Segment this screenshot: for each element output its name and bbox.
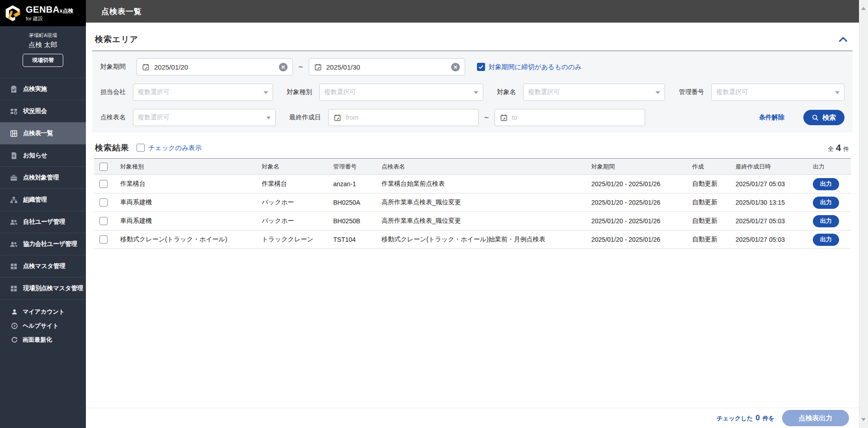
total-suffix: 件 bbox=[843, 145, 849, 153]
footer-action-bar: チェックした 0 件を 点検表出力 bbox=[86, 408, 859, 428]
cell-type: 作業構台 bbox=[120, 180, 262, 188]
dropdown-caret-icon bbox=[266, 117, 271, 122]
sidebar-item-label: 協力会社ユーザ管理 bbox=[23, 240, 77, 248]
user-block: 茅場町A現場 点検 太郎 現場切替 bbox=[0, 26, 86, 72]
collapse-search-button[interactable] bbox=[837, 35, 849, 44]
row-checkbox[interactable] bbox=[99, 198, 108, 207]
total-count: 全 4 件 bbox=[828, 143, 849, 153]
output-button[interactable]: 出力 bbox=[813, 234, 839, 246]
clipboard-check-icon bbox=[9, 85, 18, 94]
help-circle-icon: ? bbox=[11, 322, 19, 330]
sidebar-item-help-site[interactable]: ? ヘルプサイト bbox=[11, 321, 86, 331]
users-icon bbox=[9, 240, 18, 249]
toolbox-icon bbox=[9, 174, 18, 182]
sidebar-item-my-account[interactable]: マイアカウント bbox=[11, 307, 86, 317]
sidebar-item-master-management[interactable]: 点検マスタ管理 bbox=[0, 255, 86, 277]
checked-suffix: 件を bbox=[763, 414, 774, 423]
created-to-input[interactable]: to bbox=[495, 109, 645, 126]
vertical-scrollbar[interactable] bbox=[859, 0, 868, 428]
cell-name: バックホー bbox=[262, 217, 333, 225]
dropdown-caret-icon bbox=[474, 91, 478, 96]
type-multiselect[interactable]: 複数選択可 bbox=[319, 84, 483, 101]
checked-only-checkbox[interactable] bbox=[137, 144, 145, 152]
row-checkbox[interactable] bbox=[99, 235, 108, 244]
scrollbar-up-arrow-icon[interactable] bbox=[861, 5, 866, 10]
cell-code: BH0250B bbox=[333, 217, 382, 225]
type-filter-label: 対象種別 bbox=[287, 88, 312, 96]
sidebar-item-label: 点検実施 bbox=[23, 85, 47, 93]
scrollbar-down-arrow-icon[interactable] bbox=[861, 418, 866, 423]
sidebar-item-target-management[interactable]: 点検対象管理 bbox=[0, 167, 86, 189]
clear-date-icon[interactable] bbox=[278, 62, 288, 72]
output-button[interactable]: 出力 bbox=[813, 215, 839, 227]
sidebar-item-refresh-screen[interactable]: 画面最新化 bbox=[11, 335, 86, 345]
sidebar-item-partner-users[interactable]: 協力会社ユーザ管理 bbox=[0, 233, 86, 255]
dropdown-caret-icon bbox=[656, 91, 660, 96]
cell-last-created: 2025/01/27 05:03 bbox=[736, 236, 813, 243]
column-header-code: 管理番号 bbox=[333, 163, 382, 171]
checked-count-value: 0 bbox=[755, 414, 760, 423]
sidebar-item-label: ヘルプサイト bbox=[23, 322, 59, 330]
cell-type: 車両系建機 bbox=[120, 198, 262, 207]
calendar-icon bbox=[142, 63, 150, 71]
clear-date-icon[interactable] bbox=[451, 62, 460, 72]
export-sheets-button[interactable]: 点検表出力 bbox=[782, 410, 849, 426]
cell-name: トラッククレーン bbox=[262, 235, 333, 244]
status-grid-icon bbox=[9, 107, 18, 116]
created-date-separator: ~ bbox=[484, 113, 489, 122]
output-button[interactable]: 出力 bbox=[813, 178, 839, 190]
calendar-icon bbox=[500, 113, 508, 122]
output-button[interactable]: 出力 bbox=[813, 197, 839, 209]
sheet-name-multiselect[interactable]: 複数選択可 bbox=[133, 109, 276, 126]
results-header: 検索結果 チェックのみ表示 全 4 件 bbox=[92, 142, 853, 153]
sidebar-item-own-users[interactable]: 自社ユーザ管理 bbox=[0, 211, 86, 233]
target-placeholder: 複数選択可 bbox=[528, 88, 560, 96]
table-row: 作業構台 作業構台 anzan-1 作業構台始業前点検表 2025/01/20 … bbox=[94, 175, 851, 193]
code-multiselect[interactable]: 複数選択可 bbox=[711, 84, 844, 101]
sidebar-item-notifications[interactable]: お知らせ bbox=[0, 145, 86, 167]
created-from-input[interactable]: from bbox=[328, 109, 479, 126]
checked-only-checkbox-group[interactable]: チェックのみ表示 bbox=[137, 144, 202, 152]
main-area: 点検表一覧 検索エリア 対象期間 2025/01/20 bbox=[86, 0, 859, 428]
switch-site-button[interactable]: 現場切替 bbox=[23, 54, 63, 67]
target-multiselect[interactable]: 複数選択可 bbox=[523, 84, 665, 101]
sidebar-item-label: 点検マスタ管理 bbox=[23, 262, 65, 270]
cell-created: 自動更新 bbox=[692, 235, 736, 244]
sidebar-item-status-inquiry[interactable]: 状況照会 bbox=[0, 100, 86, 122]
sidebar-item-inspection-execute[interactable]: 点検実施 bbox=[0, 78, 86, 100]
deadline-filter-checkbox-group[interactable]: 対象期間に締切があるもののみ bbox=[477, 63, 582, 71]
period-to-input[interactable]: 2025/01/30 bbox=[309, 58, 465, 75]
sidebar-item-site-master-management[interactable]: 現場別点検マスタ管理 bbox=[0, 277, 86, 300]
search-button[interactable]: 検索 bbox=[803, 110, 844, 125]
cell-sheet: 移動式クレーン(トラック・ホイール)始業前・月例点検表 bbox=[382, 235, 591, 244]
row-checkbox[interactable] bbox=[99, 180, 108, 188]
clear-conditions-link[interactable]: 条件解除 bbox=[759, 113, 784, 122]
company-multiselect[interactable]: 複数選択可 bbox=[133, 84, 273, 101]
period-from-input[interactable]: 2025/01/20 bbox=[137, 58, 293, 75]
sidebar-item-organization-management[interactable]: 組織管理 bbox=[0, 189, 86, 211]
search-button-label: 検索 bbox=[822, 113, 836, 122]
sidebar: GENBAx点検 for 建設 茅場町A現場 点検 太郎 現場切替 点検実施 状… bbox=[0, 0, 86, 428]
sidebar-item-label: 現場別点検マスタ管理 bbox=[23, 284, 83, 292]
sidebar-item-sheet-list[interactable]: 点検表一覧 bbox=[0, 122, 86, 145]
cell-created: 自動更新 bbox=[692, 217, 736, 225]
cell-period: 2025/01/20 - 2025/01/26 bbox=[591, 199, 692, 206]
cell-type: 車両系建機 bbox=[120, 217, 262, 225]
sidebar-utility-menu: マイアカウント ? ヘルプサイト 画面最新化 bbox=[0, 300, 86, 345]
svg-text:?: ? bbox=[14, 324, 16, 328]
brand-logo: GENBAx点検 for 建設 bbox=[0, 0, 86, 26]
cell-last-created: 2025/01/27 05:03 bbox=[736, 217, 813, 225]
brand-subtitle: for 建設 bbox=[26, 16, 73, 21]
search-row-sheet-date: 点検表名 複数選択可 最終作成日 from ~ to 条件 bbox=[100, 109, 844, 126]
row-checkbox[interactable] bbox=[99, 217, 108, 225]
cell-period: 2025/01/20 - 2025/01/26 bbox=[591, 236, 692, 243]
select-all-checkbox[interactable] bbox=[99, 163, 108, 171]
sidebar-item-label: 組織管理 bbox=[23, 196, 47, 204]
deadline-filter-checkbox[interactable] bbox=[477, 63, 485, 71]
period-label: 対象期間 bbox=[100, 63, 129, 71]
master-grid-icon bbox=[9, 284, 18, 293]
cell-code: BH0250A bbox=[333, 199, 382, 206]
period-separator: ~ bbox=[298, 62, 303, 72]
chevron-up-icon bbox=[838, 36, 848, 43]
column-header-name: 対象名 bbox=[262, 163, 333, 171]
